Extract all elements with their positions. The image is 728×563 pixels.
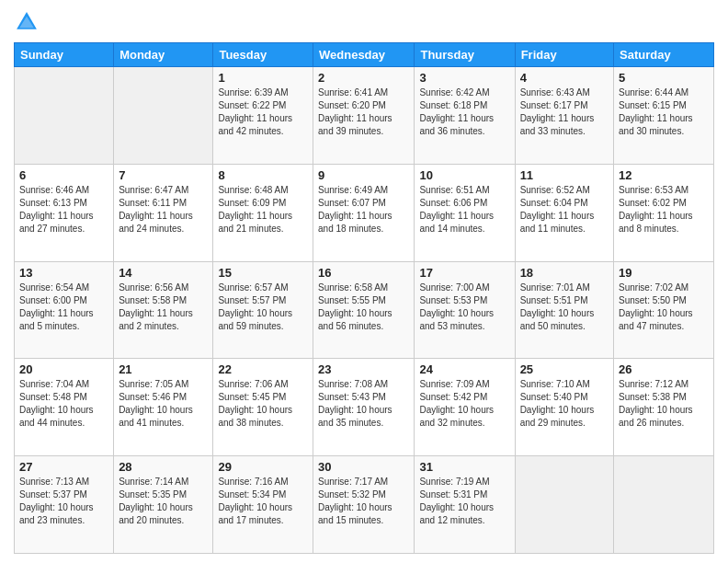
sunrise-text: Sunrise: 6:48 AM [218, 185, 288, 195]
page: SundayMondayTuesdayWednesdayThursdayFrid… [0, 0, 728, 563]
day-number: 14 [119, 266, 208, 280]
sunset-text: Sunset: 5:55 PM [318, 295, 386, 305]
calendar-cell: 21Sunrise: 7:05 AMSunset: 5:46 PMDayligh… [114, 359, 213, 456]
sunrise-text: Sunrise: 7:13 AM [19, 477, 89, 487]
daylight-text: Daylight: 10 hours and 56 minutes. [318, 308, 392, 331]
sunset-text: Sunset: 6:06 PM [419, 198, 487, 208]
calendar-cell: 2Sunrise: 6:41 AMSunset: 6:20 PMDaylight… [313, 67, 415, 165]
calendar-table: SundayMondayTuesdayWednesdayThursdayFrid… [14, 42, 714, 554]
sunrise-text: Sunrise: 6:43 AM [520, 87, 590, 98]
day-info: Sunrise: 7:02 AMSunset: 5:50 PMDaylight:… [619, 282, 709, 333]
sunset-text: Sunset: 5:53 PM [419, 295, 487, 305]
day-info: Sunrise: 6:43 AMSunset: 6:17 PMDaylight:… [520, 86, 609, 138]
sunset-text: Sunset: 5:37 PM [19, 489, 87, 500]
day-header-saturday: Saturday [614, 43, 714, 67]
day-number: 6 [19, 168, 108, 182]
calendar-cell: 4Sunrise: 6:43 AMSunset: 6:17 PMDaylight… [515, 67, 613, 165]
day-number: 17 [419, 266, 509, 280]
sunrise-text: Sunrise: 6:41 AM [318, 87, 388, 98]
sunset-text: Sunset: 6:09 PM [218, 198, 286, 208]
day-header-sunday: Sunday [15, 43, 114, 67]
sunrise-text: Sunrise: 6:52 AM [520, 185, 590, 195]
sunset-text: Sunset: 6:11 PM [119, 198, 187, 208]
sunrise-text: Sunrise: 6:44 AM [619, 87, 688, 98]
sunrise-text: Sunrise: 6:57 AM [218, 282, 288, 293]
daylight-text: Daylight: 11 hours and 42 minutes. [218, 113, 292, 136]
calendar-cell: 19Sunrise: 7:02 AMSunset: 5:50 PMDayligh… [614, 261, 714, 359]
daylight-text: Daylight: 11 hours and 14 minutes. [419, 211, 494, 234]
sunset-text: Sunset: 6:04 PM [520, 198, 588, 208]
sunrise-text: Sunrise: 7:10 AM [520, 379, 590, 389]
day-number: 29 [218, 460, 308, 474]
sunrise-text: Sunrise: 7:12 AM [619, 379, 688, 389]
day-header-thursday: Thursday [415, 43, 515, 67]
day-info: Sunrise: 6:49 AMSunset: 6:07 PMDaylight:… [318, 184, 409, 236]
calendar-cell: 6Sunrise: 6:46 AMSunset: 6:13 PMDaylight… [15, 164, 114, 261]
day-info: Sunrise: 6:48 AMSunset: 6:09 PMDaylight:… [218, 184, 308, 236]
daylight-text: Daylight: 11 hours and 30 minutes. [619, 113, 693, 136]
daylight-text: Daylight: 10 hours and 29 minutes. [520, 405, 595, 428]
sunset-text: Sunset: 5:51 PM [520, 295, 588, 305]
daylight-text: Daylight: 11 hours and 2 minutes. [119, 308, 193, 331]
sunset-text: Sunset: 6:22 PM [218, 100, 286, 110]
sunset-text: Sunset: 5:34 PM [218, 489, 286, 500]
sunrise-text: Sunrise: 7:19 AM [419, 477, 489, 487]
day-info: Sunrise: 7:13 AMSunset: 5:37 PMDaylight:… [19, 476, 108, 527]
day-number: 2 [318, 71, 409, 85]
daylight-text: Daylight: 10 hours and 20 minutes. [119, 502, 193, 525]
daylight-text: Daylight: 10 hours and 12 minutes. [419, 502, 494, 525]
sunrise-text: Sunrise: 6:46 AM [19, 185, 89, 195]
week-row-1: 6Sunrise: 6:46 AMSunset: 6:13 PMDaylight… [15, 164, 714, 261]
day-info: Sunrise: 6:54 AMSunset: 6:00 PMDaylight:… [19, 282, 108, 333]
logo [14, 9, 43, 35]
header [14, 9, 714, 35]
sunset-text: Sunset: 5:43 PM [318, 392, 386, 402]
daylight-text: Daylight: 11 hours and 18 minutes. [318, 211, 392, 234]
sunset-text: Sunset: 5:38 PM [619, 392, 687, 402]
daylight-text: Daylight: 11 hours and 21 minutes. [218, 211, 292, 234]
day-header-monday: Monday [114, 43, 213, 67]
day-info: Sunrise: 7:16 AMSunset: 5:34 PMDaylight:… [218, 476, 308, 527]
daylight-text: Daylight: 10 hours and 17 minutes. [218, 502, 292, 525]
day-info: Sunrise: 7:01 AMSunset: 5:51 PMDaylight:… [520, 282, 609, 333]
sunrise-text: Sunrise: 6:49 AM [318, 185, 388, 195]
calendar-cell: 5Sunrise: 6:44 AMSunset: 6:15 PMDaylight… [614, 67, 714, 165]
daylight-text: Daylight: 11 hours and 11 minutes. [520, 211, 595, 234]
sunrise-text: Sunrise: 6:54 AM [19, 282, 89, 293]
calendar-cell: 18Sunrise: 7:01 AMSunset: 5:51 PMDayligh… [515, 261, 613, 359]
sunrise-text: Sunrise: 7:01 AM [520, 282, 590, 293]
sunset-text: Sunset: 6:07 PM [318, 198, 386, 208]
sunset-text: Sunset: 5:45 PM [218, 392, 286, 402]
day-info: Sunrise: 6:56 AMSunset: 5:58 PMDaylight:… [119, 282, 208, 333]
day-header-tuesday: Tuesday [213, 43, 313, 67]
calendar-header: SundayMondayTuesdayWednesdayThursdayFrid… [15, 43, 714, 67]
calendar-cell: 29Sunrise: 7:16 AMSunset: 5:34 PMDayligh… [213, 456, 313, 554]
sunset-text: Sunset: 5:50 PM [619, 295, 687, 305]
day-number: 27 [19, 460, 108, 474]
day-number: 22 [218, 362, 308, 376]
day-info: Sunrise: 7:17 AMSunset: 5:32 PMDaylight:… [318, 476, 409, 527]
sunset-text: Sunset: 6:15 PM [619, 100, 687, 110]
calendar-cell: 8Sunrise: 6:48 AMSunset: 6:09 PMDaylight… [213, 164, 313, 261]
sunset-text: Sunset: 5:48 PM [19, 392, 87, 402]
sunrise-text: Sunrise: 6:53 AM [619, 185, 688, 195]
day-number: 11 [520, 168, 609, 182]
sunrise-text: Sunrise: 7:16 AM [218, 477, 288, 487]
calendar-cell: 20Sunrise: 7:04 AMSunset: 5:48 PMDayligh… [15, 359, 114, 456]
day-number: 10 [419, 168, 509, 182]
calendar-cell: 9Sunrise: 6:49 AMSunset: 6:07 PMDaylight… [313, 164, 415, 261]
day-info: Sunrise: 6:47 AMSunset: 6:11 PMDaylight:… [119, 184, 208, 236]
daylight-text: Daylight: 10 hours and 59 minutes. [218, 308, 292, 331]
sunset-text: Sunset: 6:02 PM [619, 198, 687, 208]
calendar-cell: 10Sunrise: 6:51 AMSunset: 6:06 PMDayligh… [415, 164, 515, 261]
sunrise-text: Sunrise: 6:51 AM [419, 185, 489, 195]
day-number: 21 [119, 362, 208, 376]
daylight-text: Daylight: 11 hours and 36 minutes. [419, 113, 494, 136]
day-info: Sunrise: 7:14 AMSunset: 5:35 PMDaylight:… [119, 476, 208, 527]
sunset-text: Sunset: 6:18 PM [419, 100, 487, 110]
daylight-text: Daylight: 10 hours and 41 minutes. [119, 405, 193, 428]
day-number: 16 [318, 266, 409, 280]
daylight-text: Daylight: 11 hours and 24 minutes. [119, 211, 193, 234]
calendar-cell: 7Sunrise: 6:47 AMSunset: 6:11 PMDaylight… [114, 164, 213, 261]
day-number: 8 [218, 168, 308, 182]
